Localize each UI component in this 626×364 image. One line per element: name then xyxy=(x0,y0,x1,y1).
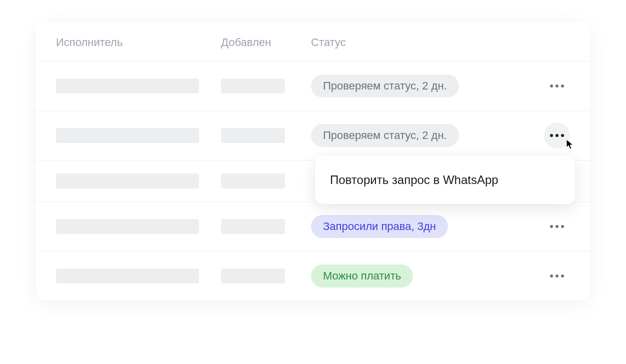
added-skeleton xyxy=(221,219,285,234)
status-badge: Проверяем статус, 2 дн. xyxy=(311,74,459,98)
table-row: Запросили права, 3дн xyxy=(36,202,590,252)
more-icon xyxy=(550,274,564,278)
more-icon xyxy=(550,84,564,88)
executor-skeleton xyxy=(56,78,199,94)
more-actions-button[interactable] xyxy=(544,122,570,148)
added-skeleton xyxy=(221,78,285,94)
table-header: Исполнитель Добавлен Статус xyxy=(36,22,590,62)
added-skeleton xyxy=(221,268,285,284)
table-row: Проверяем статус, 2 дн. xyxy=(36,111,590,160)
more-icon xyxy=(550,134,564,137)
executor-skeleton xyxy=(56,219,199,234)
repeat-whatsapp-request-item[interactable]: Повторить запрос в WhatsApp xyxy=(330,173,560,187)
more-actions-button[interactable] xyxy=(544,263,570,289)
more-actions-button[interactable] xyxy=(544,214,570,240)
header-executor: Исполнитель xyxy=(56,36,122,48)
executor-skeleton xyxy=(56,268,199,284)
status-badge: Проверяем статус, 2 дн. xyxy=(311,124,459,147)
status-badge: Запросили права, 3дн xyxy=(311,215,448,238)
actions-dropdown: Повторить запрос в WhatsApp xyxy=(315,156,575,204)
more-actions-button[interactable] xyxy=(544,73,570,99)
table-row: Проверяем статус, 2 дн. xyxy=(36,62,590,111)
executor-skeleton xyxy=(56,128,199,143)
table-row: Можно платить xyxy=(36,252,590,300)
more-icon xyxy=(550,225,564,228)
executor-skeleton xyxy=(56,174,199,188)
added-skeleton xyxy=(221,174,285,188)
header-added: Добавлен xyxy=(221,36,271,48)
header-status: Статус xyxy=(311,36,346,48)
added-skeleton xyxy=(221,128,285,143)
status-badge: Можно платить xyxy=(311,264,413,288)
